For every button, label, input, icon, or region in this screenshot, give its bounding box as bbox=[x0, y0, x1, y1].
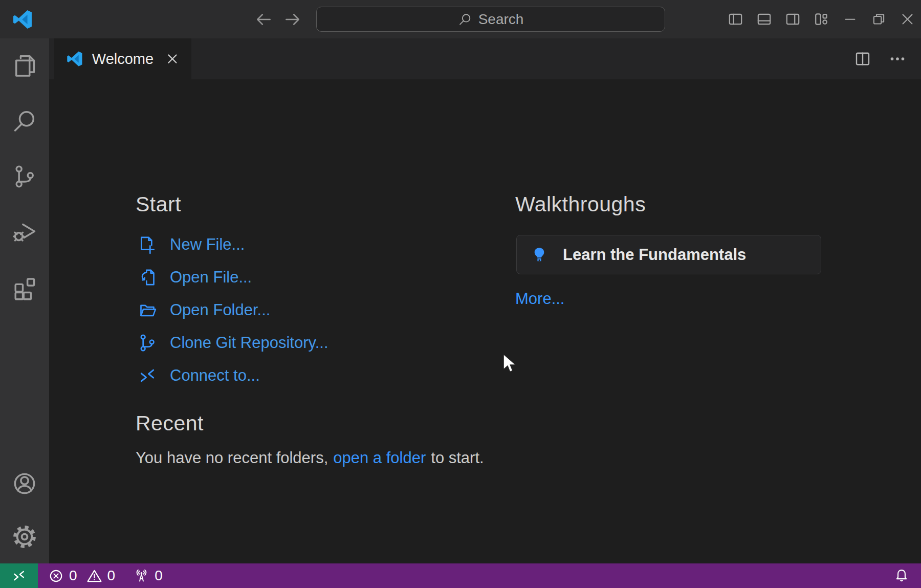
open-a-folder-link[interactable]: open a folder bbox=[333, 449, 426, 467]
new-file-icon bbox=[137, 234, 158, 255]
start-item-label: Open Folder... bbox=[170, 301, 270, 319]
folder-opened-icon bbox=[137, 300, 158, 320]
toggle-secondary-sidebar-icon[interactable] bbox=[784, 11, 801, 28]
start-item-open-folder[interactable]: Open Folder... bbox=[137, 298, 328, 322]
toggle-panel-icon[interactable] bbox=[756, 11, 773, 28]
search-placeholder: Search bbox=[478, 11, 524, 28]
search-sidebar-icon[interactable] bbox=[11, 108, 38, 135]
remote-indicator[interactable] bbox=[0, 563, 38, 588]
recent-heading: Recent bbox=[136, 411, 204, 435]
search-icon bbox=[458, 12, 472, 27]
start-item-label: Open File... bbox=[170, 268, 252, 287]
source-control-icon bbox=[137, 333, 158, 353]
start-item-label: Connect to... bbox=[170, 366, 260, 385]
status-bar: 0 0 0 bbox=[0, 563, 921, 588]
explorer-files-icon[interactable] bbox=[11, 53, 38, 79]
window-controls bbox=[727, 0, 916, 38]
remote-icon bbox=[137, 365, 158, 386]
recent-text-suffix: to start. bbox=[431, 449, 484, 467]
warning-count: 0 bbox=[107, 568, 116, 584]
forward-icon[interactable] bbox=[283, 10, 302, 29]
tab-close-icon[interactable] bbox=[165, 51, 180, 67]
welcome-page: Start New File... bbox=[49, 79, 921, 563]
start-item-connect-to[interactable]: Connect to... bbox=[137, 364, 328, 387]
close-window-icon[interactable] bbox=[899, 11, 916, 28]
start-item-label: New File... bbox=[170, 235, 245, 254]
more-actions-icon[interactable] bbox=[888, 50, 907, 68]
activity-bar bbox=[0, 38, 49, 563]
back-icon[interactable] bbox=[254, 10, 273, 29]
activity-bar-bottom bbox=[11, 470, 38, 563]
editor-area: Welcome Start bbox=[49, 38, 921, 563]
ports-indicator[interactable]: 0 bbox=[134, 563, 163, 588]
search-box[interactable]: Search bbox=[316, 7, 665, 32]
start-list: New File... Open File... bbox=[137, 233, 328, 387]
start-item-clone-repo[interactable]: Clone Git Repository... bbox=[137, 331, 328, 355]
activity-bar-top bbox=[11, 38, 38, 300]
title-bar: Search bbox=[0, 0, 921, 38]
notifications-indicator[interactable] bbox=[893, 568, 910, 584]
split-editor-icon[interactable] bbox=[853, 50, 872, 68]
minimize-icon[interactable] bbox=[842, 11, 859, 28]
start-item-open-file[interactable]: Open File... bbox=[137, 266, 328, 289]
editor-actions bbox=[853, 38, 907, 79]
error-icon bbox=[48, 568, 64, 584]
tab-welcome[interactable]: Welcome bbox=[54, 38, 191, 79]
extensions-icon[interactable] bbox=[11, 274, 38, 300]
customize-layout-icon[interactable] bbox=[813, 11, 830, 28]
source-control-icon[interactable] bbox=[11, 163, 38, 190]
menu-icon[interactable] bbox=[49, 10, 68, 29]
run-and-debug-icon[interactable] bbox=[11, 219, 38, 245]
toggle-primary-sidebar-icon[interactable] bbox=[727, 11, 744, 28]
lightbulb-icon bbox=[530, 245, 549, 265]
vscode-logo-icon bbox=[65, 50, 84, 68]
go-to-file-icon bbox=[137, 267, 158, 288]
start-heading: Start bbox=[136, 192, 181, 216]
walkthroughs-more-link[interactable]: More... bbox=[515, 290, 564, 308]
tab-label: Welcome bbox=[92, 51, 154, 68]
walkthrough-card-learn-fundamentals[interactable]: Learn the Fundamentals bbox=[516, 235, 821, 274]
recent-text-prefix: You have no recent folders, bbox=[136, 449, 328, 467]
problems-indicator[interactable]: 0 0 bbox=[48, 563, 115, 588]
start-item-new-file[interactable]: New File... bbox=[137, 233, 328, 256]
ports-count: 0 bbox=[155, 568, 163, 584]
recent-empty-text: You have no recent folders,open a folder… bbox=[136, 449, 484, 467]
vscode-window: Search bbox=[0, 0, 921, 588]
tab-strip: Welcome bbox=[49, 38, 921, 79]
start-item-label: Clone Git Repository... bbox=[170, 334, 328, 352]
remote-icon bbox=[11, 568, 27, 583]
walkthroughs-heading: Walkthroughs bbox=[515, 192, 646, 216]
vscode-logo-icon bbox=[11, 8, 34, 31]
account-icon[interactable] bbox=[11, 470, 38, 497]
bell-icon bbox=[893, 568, 910, 584]
radio-tower-icon bbox=[134, 568, 149, 584]
gear-icon[interactable] bbox=[11, 524, 38, 550]
restore-icon[interactable] bbox=[870, 11, 887, 28]
warning-icon bbox=[86, 568, 102, 584]
walkthrough-card-title: Learn the Fundamentals bbox=[563, 246, 746, 264]
error-count: 0 bbox=[69, 568, 77, 584]
